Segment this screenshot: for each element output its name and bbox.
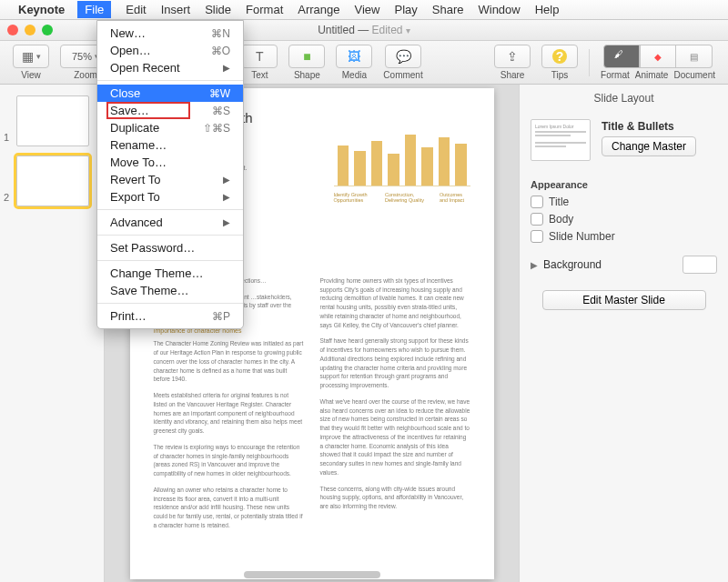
menu-view[interactable]: View (355, 3, 380, 16)
disclosure-triangle-icon[interactable]: ▶ (531, 260, 538, 270)
checkbox-slidenumber-row[interactable]: Slide Number (531, 230, 717, 243)
master-name: Title & Bullets (602, 120, 696, 133)
inspector-panel: Slide Layout Lorem Ipsum Dolor Title & B… (519, 85, 728, 582)
menu-slide[interactable]: Slide (205, 3, 231, 16)
minimize-window-icon[interactable] (25, 25, 35, 35)
menu-window[interactable]: Window (478, 3, 520, 16)
appearance-label: Appearance (531, 179, 717, 190)
media-icon: 🖼 (348, 49, 360, 64)
window-title: Untitled — Edited ▾ (318, 24, 410, 36)
file-menu-item[interactable]: Rename… (97, 136, 243, 154)
toolbar-shape[interactable]: ■ Shape (288, 45, 325, 80)
file-menu-item[interactable]: Print…⌘P (97, 307, 243, 325)
tab-document[interactable]: ▤ (676, 45, 713, 68)
traffic-lights (7, 25, 53, 35)
fullscreen-window-icon[interactable] (42, 25, 53, 35)
change-master-button[interactable]: Change Master (602, 136, 696, 156)
menu-format[interactable]: Format (246, 3, 283, 16)
format-icon: 🖌 (614, 49, 629, 64)
system-menubar: Keynote File Edit Insert Slide Format Ar… (0, 0, 728, 20)
inspector-title: Slide Layout (531, 92, 717, 105)
app-name[interactable]: Keynote (18, 3, 65, 16)
close-window-icon[interactable] (7, 25, 18, 35)
slide-navigator: 1 2 (0, 85, 105, 582)
slide-body-right: Providing home owners with six types of … (320, 276, 470, 537)
edit-master-slide-button[interactable]: Edit Master Slide (542, 290, 706, 310)
file-menu-item[interactable]: Duplicate⇧⌘S (97, 119, 243, 136)
file-menu-item[interactable]: Close⌘W (97, 85, 243, 102)
master-preview-row: Lorem Ipsum Dolor Title & Bullets Change… (531, 114, 717, 166)
file-menu-item[interactable]: New…⌘N (97, 25, 243, 42)
comment-icon: 💬 (396, 49, 411, 64)
tips-icon: ? (552, 49, 567, 64)
background-disclosure[interactable]: ▶ Background (531, 256, 717, 274)
slide-chart: Identify Growth Opportunities Constructi… (334, 114, 470, 205)
slide-thumbnail[interactable]: 2 (16, 156, 96, 206)
toolbar-tips[interactable]: ? Tips (541, 45, 578, 80)
checkbox-icon[interactable] (531, 230, 543, 243)
animate-icon: ◆ (654, 52, 662, 62)
toolbar-format-tabs: 🖌 ◆ ▤ FormatAnimateDocument (601, 45, 715, 80)
file-menu-item[interactable]: Revert To▶ (97, 171, 243, 188)
toolbar-share[interactable]: ⇪ Share (494, 45, 531, 80)
checkbox-title-row[interactable]: Title (531, 196, 717, 208)
checkbox-icon[interactable] (531, 196, 543, 208)
menu-insert[interactable]: Insert (161, 3, 191, 16)
file-menu-dropdown: New…⌘NOpen…⌘OOpen Recent▶Close⌘WSave…⌘SD… (96, 20, 244, 329)
file-menu-item[interactable]: Set Password… (97, 239, 243, 256)
menu-edit[interactable]: Edit (126, 3, 146, 16)
text-icon: T (256, 49, 264, 64)
toolbar-view[interactable]: ▦▾ View (13, 45, 49, 80)
share-icon: ⇪ (507, 49, 518, 64)
file-menu-item[interactable]: Open Recent▶ (97, 59, 243, 76)
master-thumbnail: Lorem Ipsum Dolor (531, 119, 591, 161)
toolbar-text[interactable]: T Text (241, 45, 278, 80)
tab-animate[interactable]: ◆ (640, 45, 676, 68)
toolbar-comment[interactable]: 💬 Comment (383, 45, 422, 80)
menu-file[interactable]: File (77, 1, 111, 18)
toolbar-media[interactable]: 🖼 Media (336, 45, 372, 80)
file-menu-item[interactable]: Advanced▶ (97, 214, 243, 231)
view-icon: ▦ (22, 49, 34, 64)
document-icon: ▤ (690, 52, 698, 62)
file-menu-item[interactable]: Open…⌘O (97, 42, 243, 59)
checkbox-icon[interactable] (531, 213, 543, 226)
horizontal-scrollbar[interactable] (244, 571, 380, 578)
menu-help[interactable]: Help (535, 3, 560, 16)
file-menu-item[interactable]: Save…⌘S (97, 102, 243, 119)
file-menu-item[interactable]: Save Theme… (97, 282, 243, 299)
menu-play[interactable]: Play (394, 3, 417, 16)
background-color-swatch[interactable] (682, 256, 717, 274)
tab-format[interactable]: 🖌 (603, 45, 640, 68)
menu-arrange[interactable]: Arrange (298, 3, 339, 16)
menu-share[interactable]: Share (432, 3, 464, 16)
file-menu-item[interactable]: Export To▶ (97, 188, 243, 206)
file-menu-item[interactable]: Move To… (97, 154, 243, 171)
slide-thumbnail[interactable]: 1 (16, 95, 96, 146)
checkbox-body-row[interactable]: Body (531, 213, 717, 226)
shape-icon: ■ (303, 49, 310, 64)
file-menu-item[interactable]: Change Theme… (97, 265, 243, 282)
